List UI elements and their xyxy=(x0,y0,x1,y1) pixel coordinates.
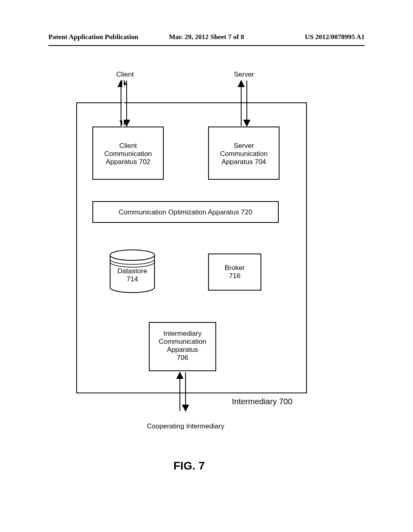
cooperating-intermediary-label: Cooperating Intermediary xyxy=(141,422,230,430)
comm-opt-label: Communication Optimization Apparatus 720 xyxy=(93,208,278,216)
figure-number: FIG. 7 xyxy=(173,459,205,472)
client-label: Client xyxy=(109,71,141,79)
broker-line2: 716 xyxy=(209,272,261,280)
broker-line1: Broker xyxy=(209,264,261,272)
datastore-line2: 714 xyxy=(110,275,154,283)
server-comm-line3: Apparatus 704 xyxy=(209,158,279,166)
svg-point-4 xyxy=(110,250,154,260)
server-comm-line1: Server xyxy=(209,142,279,150)
client-comm-line2: Communication xyxy=(93,150,163,158)
inter-comm-line4: 706 xyxy=(149,354,216,362)
figure-diagram xyxy=(0,0,413,532)
server-label: Server xyxy=(228,71,260,79)
inter-comm-line2: Communication xyxy=(149,338,216,346)
inter-comm-line1: Intermediary xyxy=(149,330,216,338)
client-comm-line1: Client xyxy=(93,142,163,150)
server-comm-line2: Communication xyxy=(209,150,279,158)
intermediary-700-label: Intermediary 700 xyxy=(232,397,313,406)
inter-comm-line3: Apparatus xyxy=(149,346,216,354)
client-comm-line3: Apparatus 702 xyxy=(93,158,163,166)
datastore-line1: Datastore xyxy=(110,267,154,275)
